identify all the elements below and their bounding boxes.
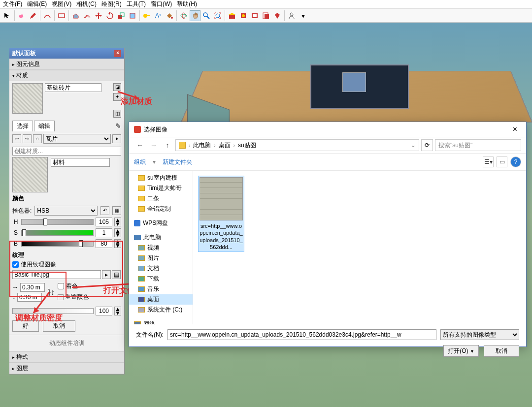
tree-this-pc[interactable]: 此电脑: [129, 232, 193, 243]
material-category-select[interactable]: 瓦片: [43, 134, 111, 144]
browse-texture-icon[interactable]: ▸: [102, 270, 111, 279]
zoom-icon[interactable]: [201, 10, 212, 21]
dialog-close-icon[interactable]: ×: [509, 125, 521, 134]
new-folder-button[interactable]: 新建文件夹: [163, 158, 192, 166]
tab-edit[interactable]: 编辑: [34, 121, 55, 131]
panel-titlebar[interactable]: 默认面板 ×: [9, 48, 124, 59]
menu-draw[interactable]: 绘图(R): [101, 0, 122, 8]
menu-window[interactable]: 窗口(W): [151, 0, 172, 8]
menu-edit[interactable]: 编辑(E): [27, 0, 47, 8]
select-tool-icon[interactable]: [2, 10, 13, 21]
tree-folder[interactable]: 二条: [129, 193, 193, 204]
ruby-icon[interactable]: [272, 10, 283, 21]
material-type-input[interactable]: [51, 158, 110, 167]
pushpull-icon[interactable]: [70, 10, 81, 21]
rectangle-icon[interactable]: [56, 10, 67, 21]
tree-network[interactable]: 网络: [129, 319, 193, 324]
component-icon[interactable]: [238, 10, 249, 21]
bri-value-input[interactable]: [96, 239, 112, 248]
tree-cdrive[interactable]: 系统文件 (C:): [129, 305, 193, 315]
texture-height-input[interactable]: [17, 293, 42, 302]
hue-slider[interactable]: [21, 219, 94, 225]
menu-file[interactable]: 文件(F): [3, 0, 22, 8]
sample-paint-icon[interactable]: ◪: [113, 83, 121, 91]
sat-spinner[interactable]: ▲▼: [114, 228, 121, 237]
view-mode-icon[interactable]: ☰▾: [483, 157, 494, 167]
tree-videos[interactable]: 视频: [129, 243, 193, 253]
file-list[interactable]: src=http__www.oppein.cn_updata_uploads_2…: [193, 171, 526, 324]
tree-downloads[interactable]: 下载: [129, 274, 193, 284]
bri-slider[interactable]: [21, 241, 94, 247]
hue-value-input[interactable]: [96, 218, 112, 226]
folder-tree[interactable]: su室内建模 Timi是大帅哥 二条 全铝定制 WPS网盘 此电脑 视频 图片 …: [129, 171, 193, 324]
tree-documents[interactable]: 文档: [129, 263, 193, 274]
dialog-cancel-button[interactable]: 取消: [484, 345, 519, 357]
tree-wps[interactable]: WPS网盘: [129, 218, 193, 228]
cancel-button[interactable]: 取消: [43, 320, 75, 332]
eyedropper-icon[interactable]: ✎: [115, 122, 121, 130]
sat-value-input[interactable]: [96, 228, 112, 237]
preview-pane-icon[interactable]: ▭: [497, 157, 507, 167]
aspect-lock-icon[interactable]: }↕: [48, 288, 55, 297]
pan-icon[interactable]: [190, 10, 200, 21]
sat-slider[interactable]: [21, 230, 94, 236]
offset-icon[interactable]: [82, 10, 93, 21]
tree-folder[interactable]: 全铝定制: [129, 204, 193, 214]
bri-spinner[interactable]: ▲▼: [114, 239, 121, 248]
use-texture-checkbox[interactable]: 使用纹理图像: [12, 260, 121, 269]
tape-icon[interactable]: [141, 10, 152, 21]
tab-select[interactable]: 选择: [12, 121, 33, 131]
nav-up-button[interactable]: ↑: [162, 139, 173, 151]
move-icon[interactable]: [93, 10, 104, 21]
set-default-icon[interactable]: ◫: [113, 110, 121, 118]
arc-icon[interactable]: [42, 10, 53, 21]
color-undo-icon[interactable]: ↶: [100, 206, 109, 215]
filename-input[interactable]: [167, 329, 436, 340]
section-entity-info[interactable]: 图元信息: [9, 59, 124, 70]
menu-tools[interactable]: 工具(T): [127, 0, 146, 8]
section-layers[interactable]: 图层: [9, 363, 124, 374]
color-swatch-icon[interactable]: ▦: [112, 206, 121, 215]
edit-texture-icon[interactable]: ▤: [112, 270, 121, 279]
extension-icon[interactable]: [249, 10, 260, 21]
followme-icon[interactable]: [127, 10, 138, 21]
section-materials[interactable]: 材质: [9, 70, 124, 81]
reset-color-button[interactable]: 重置颜色: [58, 293, 89, 301]
tree-folder[interactable]: su室内建模: [129, 173, 193, 183]
nav-back-button[interactable]: ←: [134, 139, 146, 151]
opacity-value-input[interactable]: [96, 307, 112, 315]
crumb-dropdown-icon[interactable]: ⌄: [411, 142, 416, 149]
menu-help[interactable]: 帮助(H): [177, 0, 197, 8]
warehouse-icon[interactable]: [227, 10, 237, 21]
organize-menu[interactable]: 组织: [134, 158, 146, 166]
nav-home-icon[interactable]: ⌂: [33, 134, 42, 143]
search-input[interactable]: 搜索"su贴图": [435, 139, 521, 151]
tree-pictures[interactable]: 图片: [129, 253, 193, 263]
tint-checkbox[interactable]: 着色: [58, 282, 89, 290]
eraser-icon[interactable]: [16, 10, 27, 21]
ok-button[interactable]: 好: [12, 320, 39, 332]
menu-view[interactable]: 视图(V): [52, 0, 71, 8]
pencil-icon[interactable]: [28, 10, 38, 21]
opacity-slider[interactable]: [12, 308, 94, 314]
tree-folder[interactable]: Timi是大帅哥: [129, 183, 193, 193]
text-icon[interactable]: A¹: [153, 10, 164, 21]
color-mode-select[interactable]: HSB: [34, 206, 98, 216]
panel-close-icon[interactable]: ×: [114, 50, 121, 57]
category-menu-icon[interactable]: ♦: [112, 134, 121, 143]
layout-icon[interactable]: [261, 10, 271, 21]
material-swatch[interactable]: [12, 157, 48, 192]
file-item[interactable]: src=http__www.oppein.cn_updata_uploads_2…: [198, 176, 244, 252]
help-icon[interactable]: ?: [510, 157, 521, 167]
tree-desktop[interactable]: 桌面: [129, 294, 193, 305]
section-styles[interactable]: 样式: [9, 351, 124, 363]
nav-fwd-icon[interactable]: ⇨: [23, 134, 32, 143]
orbit-icon[interactable]: [178, 10, 189, 21]
tree-music[interactable]: 音乐: [129, 284, 193, 294]
paintbucket-icon[interactable]: [164, 10, 175, 21]
hue-spinner[interactable]: ▲▼: [114, 218, 121, 226]
open-button[interactable]: 打开(O) ▼: [443, 345, 479, 357]
breadcrumb[interactable]: ›此电脑 ›桌面 ›su贴图 ⌄: [175, 139, 419, 151]
zoom-extents-icon[interactable]: [212, 10, 223, 21]
create-material-input[interactable]: [12, 147, 121, 156]
